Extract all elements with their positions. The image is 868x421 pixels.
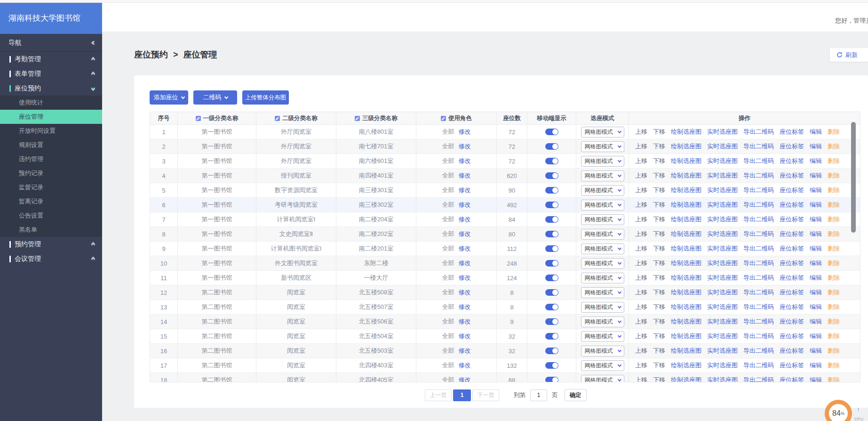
op-link-link[interactable]: 编辑: [810, 128, 822, 136]
op-link-link[interactable]: 编辑: [810, 317, 822, 326]
op-move-link[interactable]: 下移: [653, 274, 665, 282]
op-link-link[interactable]: 座位标签: [780, 347, 804, 355]
op-link-link[interactable]: 座位标签: [780, 230, 804, 238]
role-edit-link[interactable]: 修改: [459, 259, 471, 267]
op-link-link[interactable]: 座位标签: [780, 142, 804, 151]
sidebar-item[interactable]: 规则设置: [0, 138, 102, 152]
op-link-link[interactable]: 座位标签: [780, 274, 804, 282]
op-link-link[interactable]: 座位标签: [780, 361, 804, 370]
mobile-display-toggle[interactable]: [545, 187, 558, 194]
op-move-link[interactable]: 上移: [635, 157, 647, 165]
seat-mode-select[interactable]: 网格图模式: [581, 316, 624, 327]
op-link-link[interactable]: 导出二维码: [743, 142, 774, 151]
op-link-link[interactable]: 导出二维码: [743, 244, 774, 253]
sidebar-group[interactable]: 座位预约: [0, 81, 102, 96]
op-link-link[interactable]: 座位标签: [780, 201, 804, 209]
op-link-link[interactable]: 座位标签: [780, 157, 804, 165]
sidebar-group[interactable]: 考勤管理: [0, 52, 102, 66]
op-link-link[interactable]: 导出二维码: [743, 201, 774, 209]
sidebar-item[interactable]: 黑名单: [0, 223, 102, 237]
op-move-link[interactable]: 下移: [653, 142, 665, 151]
op-link-link[interactable]: 实时选座图: [707, 259, 738, 267]
op-danger-link[interactable]: 删除: [828, 186, 840, 194]
mobile-display-toggle[interactable]: [545, 362, 558, 369]
mobile-display-toggle[interactable]: [545, 377, 558, 382]
op-link-link[interactable]: 实时选座图: [707, 303, 738, 311]
op-move-link[interactable]: 上移: [635, 201, 647, 209]
op-link-link[interactable]: 绘制选座图: [671, 347, 701, 355]
op-link-link[interactable]: 实时选座图: [707, 215, 738, 224]
op-move-link[interactable]: 下移: [653, 157, 665, 165]
op-move-link[interactable]: 下移: [653, 347, 665, 355]
op-danger-link[interactable]: 删除: [828, 230, 840, 238]
op-move-link[interactable]: 下移: [653, 171, 665, 180]
op-danger-link[interactable]: 删除: [828, 274, 840, 282]
op-link-link[interactable]: 绘制选座图: [671, 244, 701, 253]
op-link-link[interactable]: 编辑: [810, 215, 822, 224]
role-edit-link[interactable]: 修改: [459, 332, 471, 340]
op-link-link[interactable]: 导出二维码: [743, 361, 774, 370]
role-edit-link[interactable]: 修改: [459, 347, 471, 355]
seat-mode-select[interactable]: 网格图模式: [581, 200, 624, 210]
op-link-link[interactable]: 绘制选座图: [671, 215, 701, 224]
op-link-link[interactable]: 导出二维码: [743, 332, 774, 340]
op-link-link[interactable]: 绘制选座图: [671, 157, 701, 165]
op-link-link[interactable]: 座位标签: [780, 288, 804, 297]
op-move-link[interactable]: 下移: [653, 376, 665, 382]
op-danger-link[interactable]: 删除: [828, 303, 840, 311]
role-edit-link[interactable]: 修改: [459, 244, 471, 253]
op-move-link[interactable]: 上移: [635, 332, 647, 340]
back-to-top-arrow-icon[interactable]: ↑: [857, 405, 860, 413]
seat-mode-select[interactable]: 网格图模式: [581, 258, 624, 269]
op-link-link[interactable]: 实时选座图: [707, 244, 738, 253]
op-link-link[interactable]: 实时选座图: [707, 171, 738, 180]
mobile-display-toggle[interactable]: [545, 158, 558, 164]
op-move-link[interactable]: 下移: [653, 186, 665, 194]
op-link-link[interactable]: 实时选座图: [707, 317, 738, 326]
op-move-link[interactable]: 上移: [635, 171, 647, 180]
mobile-display-toggle[interactable]: [545, 231, 558, 237]
op-link-link[interactable]: 座位标签: [780, 332, 804, 340]
sidebar-item[interactable]: 使用统计: [0, 96, 102, 110]
op-link-link[interactable]: 编辑: [810, 303, 822, 311]
op-danger-link[interactable]: 删除: [828, 259, 840, 267]
op-danger-link[interactable]: 删除: [828, 171, 840, 180]
op-move-link[interactable]: 下移: [653, 201, 665, 209]
op-link-link[interactable]: 导出二维码: [743, 288, 774, 297]
op-link-link[interactable]: 绘制选座图: [671, 376, 701, 382]
op-move-link[interactable]: 下移: [653, 230, 665, 238]
op-link-link[interactable]: 导出二维码: [743, 274, 774, 282]
mobile-display-toggle[interactable]: [545, 304, 558, 310]
op-link-link[interactable]: 编辑: [810, 186, 822, 194]
mobile-display-toggle[interactable]: [545, 202, 558, 208]
mobile-display-toggle[interactable]: [545, 129, 558, 135]
op-link-link[interactable]: 导出二维码: [743, 376, 774, 382]
seat-mode-select[interactable]: 网格图模式: [581, 185, 624, 196]
op-link-link[interactable]: 实时选座图: [707, 274, 738, 282]
op-link-link[interactable]: 座位标签: [780, 376, 804, 382]
op-danger-link[interactable]: 删除: [828, 332, 840, 340]
sidebar-item[interactable]: 监督记录: [0, 180, 102, 194]
op-link-link[interactable]: 导出二维码: [743, 171, 774, 180]
role-edit-link[interactable]: 修改: [459, 303, 471, 311]
op-link-link[interactable]: 实时选座图: [707, 142, 738, 151]
op-link-link[interactable]: 导出二维码: [743, 230, 774, 238]
role-edit-link[interactable]: 修改: [459, 215, 471, 224]
op-link-link[interactable]: 实时选座图: [707, 186, 738, 194]
upload-distribution-map-button[interactable]: 上传整体分布图: [242, 90, 289, 105]
op-link-link[interactable]: 编辑: [810, 288, 822, 297]
mobile-display-toggle[interactable]: [545, 318, 558, 325]
op-danger-link[interactable]: 删除: [828, 376, 840, 382]
add-seat-button[interactable]: 添加座位: [150, 90, 188, 105]
op-danger-link[interactable]: 删除: [828, 128, 840, 136]
op-link-link[interactable]: 编辑: [810, 171, 822, 180]
mobile-display-toggle[interactable]: [545, 289, 558, 296]
op-move-link[interactable]: 上移: [635, 288, 647, 297]
op-link-link[interactable]: 编辑: [810, 376, 822, 382]
role-edit-link[interactable]: 修改: [459, 201, 471, 209]
breadcrumb-parent[interactable]: 座位预约: [134, 50, 168, 59]
op-link-link[interactable]: 座位标签: [780, 128, 804, 136]
sidebar-group[interactable]: 预约管理: [0, 237, 102, 251]
op-link-link[interactable]: 实时选座图: [707, 128, 738, 136]
mobile-display-toggle[interactable]: [545, 348, 558, 354]
